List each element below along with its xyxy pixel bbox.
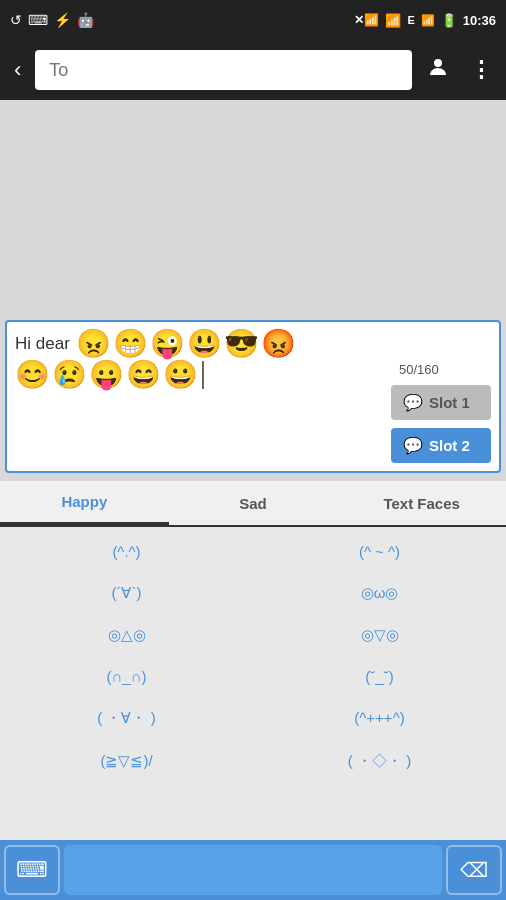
faces-row-5: ( ・∀・ ) (^+++^) <box>0 697 506 740</box>
svg-point-0 <box>434 59 442 67</box>
battery-icon: 🔋 <box>441 13 457 28</box>
emoji-cool: 😎 <box>224 330 259 358</box>
emoji-big-grin: 😃 <box>187 330 222 358</box>
faces-row-1: (^.^) (^ ~ ^) <box>0 531 506 572</box>
faces-row-3: ◎△◎ ◎▽◎ <box>0 614 506 656</box>
slot1-icon: 💬 <box>403 393 423 412</box>
to-input[interactable] <box>35 50 412 90</box>
face-5-2[interactable]: (^+++^) <box>253 697 506 740</box>
slot2-icon: 💬 <box>403 436 423 455</box>
emoji-row-1: 😠 😁 😜 😃 😎 😡 <box>76 330 296 358</box>
status-icons-right: ✕📶 📶 E 📶 🔋 10:36 <box>354 13 496 28</box>
back-button[interactable]: ‹ <box>8 51 27 89</box>
usb-icon: ⚡ <box>54 12 71 28</box>
refresh-icon: ↺ <box>10 12 22 28</box>
contact-button[interactable] <box>420 49 456 91</box>
face-2-1[interactable]: (´∀`) <box>0 572 253 614</box>
tab-sad[interactable]: Sad <box>169 481 338 525</box>
keyboard-status-icon: ⌨ <box>28 12 48 28</box>
emoji-tongue: 😛 <box>89 361 124 389</box>
status-icons-left: ↺ ⌨ ⚡ 🤖 <box>10 12 94 28</box>
emoji-big-smile: 😀 <box>163 361 198 389</box>
faces-row-2: (´∀`) ◎ω◎ <box>0 572 506 614</box>
signal-strength: 📶 <box>421 14 435 27</box>
slot2-label: Slot 2 <box>429 437 470 454</box>
message-content: Hi dear 😠 😁 😜 😃 😎 😡 😊 😢 <box>15 330 383 390</box>
more-options-button[interactable]: ⋮ <box>464 51 498 89</box>
emoji-cry: 😢 <box>52 361 87 389</box>
face-1-1[interactable]: (^.^) <box>0 531 253 572</box>
face-4-2[interactable]: (˘_˘) <box>253 656 506 697</box>
slot1-label: Slot 1 <box>429 394 470 411</box>
emoji-tabs: Happy Sad Text Faces <box>0 481 506 527</box>
emoji-happy: 😊 <box>15 361 50 389</box>
tab-textfaces[interactable]: Text Faces <box>337 481 506 525</box>
emoji-grin: 😁 <box>113 330 148 358</box>
wifi-icon: 📶 <box>385 13 401 28</box>
emoji-laugh: 😄 <box>126 361 161 389</box>
message-area <box>0 100 506 320</box>
face-6-1[interactable]: (≧▽≦)/ <box>0 740 253 783</box>
faces-row-4: (∩_∩) (˘_˘) <box>0 656 506 697</box>
more-icon: ⋮ <box>470 57 492 82</box>
bottom-text-input[interactable] <box>64 845 442 895</box>
face-6-2[interactable]: ( ・◇・ ) <box>253 740 506 783</box>
header: ‹ ⋮ <box>0 40 506 100</box>
no-sim-icon: ✕📶 <box>354 13 379 27</box>
network-type: E <box>407 14 414 26</box>
delete-icon: ⌫ <box>460 858 488 882</box>
face-4-1[interactable]: (∩_∩) <box>0 656 253 697</box>
faces-row-6: (≧▽≦)/ ( ・◇・ ) <box>0 740 506 783</box>
face-5-1[interactable]: ( ・∀・ ) <box>0 697 253 740</box>
emoji-angry: 😠 <box>76 330 111 358</box>
bottom-bar: ⌨ ⌫ <box>0 840 506 900</box>
face-1-2[interactable]: (^ ~ ^) <box>253 531 506 572</box>
slot1-button[interactable]: 💬 Slot 1 <box>391 385 491 420</box>
keyboard-toggle-button[interactable]: ⌨ <box>4 845 60 895</box>
compose-box: Hi dear 😠 😁 😜 😃 😎 😡 😊 😢 <box>5 320 501 473</box>
emoji-wink: 😜 <box>150 330 185 358</box>
clock: 10:36 <box>463 13 496 28</box>
delete-button[interactable]: ⌫ <box>446 845 502 895</box>
face-3-2[interactable]: ◎▽◎ <box>253 614 506 656</box>
tab-happy[interactable]: Happy <box>0 481 169 525</box>
emoji-angry2: 😡 <box>261 330 296 358</box>
status-bar: ↺ ⌨ ⚡ 🤖 ✕📶 📶 E 📶 🔋 10:36 <box>0 0 506 40</box>
slot2-button[interactable]: 💬 Slot 2 <box>391 428 491 463</box>
char-count: 50/160 <box>399 362 491 377</box>
face-3-1[interactable]: ◎△◎ <box>0 614 253 656</box>
message-text: Hi dear <box>15 332 70 356</box>
android-icon: 🤖 <box>77 12 94 28</box>
keyboard-icon: ⌨ <box>16 857 48 883</box>
face-2-2[interactable]: ◎ω◎ <box>253 572 506 614</box>
